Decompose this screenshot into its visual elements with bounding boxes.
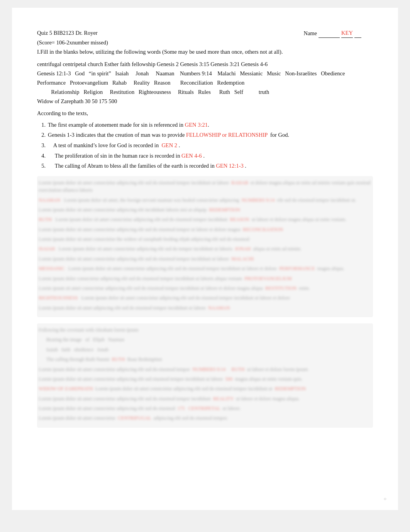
name-line: Name KEY — [303, 29, 361, 38]
header-row: Quiz 5 BIB2123 Dr. Royer Name KEY — [37, 29, 373, 38]
header-right: Name KEY — [303, 29, 373, 38]
question-1: 1. The first example of atonement made f… — [37, 120, 373, 130]
question-5: 5. The calling of Abram to bless all the… — [37, 161, 373, 171]
q5-num: 5. — [37, 161, 46, 171]
q4-text: The proliferation of sin in the human ra… — [48, 151, 373, 161]
q4-num: 4. — [37, 151, 46, 161]
blurred-content-2: Following the covenant with Abraham lore… — [39, 326, 371, 422]
word-bank-line5: Widow of Zarephath 30 50 175 500 — [37, 97, 373, 106]
q4-answer: GEN 4-6 — [181, 153, 202, 159]
page: Quiz 5 BIB2123 Dr. Royer Name KEY (Score… — [12, 8, 398, 510]
question-3: 3. A test of mankind’s love for God is r… — [37, 141, 373, 150]
word-bank-line1: centrifugal centripetal church Esther fa… — [37, 60, 373, 69]
section-intro: According to the texts, — [37, 109, 373, 118]
header-left: Quiz 5 BIB2123 Dr. Royer — [37, 29, 98, 38]
q3-answer: GEN 2 — [161, 142, 177, 148]
blurred-content-1: Lorem ipsum dolor sit amet consectetur a… — [39, 179, 371, 312]
name-blank — [319, 29, 340, 38]
key-blank — [354, 29, 361, 38]
q1-answer: GEN 3:21 — [185, 122, 208, 128]
q5-answer: GEN 12:1-3 — [216, 163, 243, 169]
questions-list: 1. The first example of atonement made f… — [37, 120, 373, 171]
q5-text: The calling of Abram to bless all the fa… — [48, 161, 373, 171]
q1-num: 1. — [37, 120, 46, 130]
question-4: 4. The proliferation of sin in the human… — [37, 151, 373, 161]
name-label: Name — [303, 29, 317, 38]
q3-text: A test of mankind’s love for God is reco… — [48, 141, 373, 150]
question-2: 2. Genesis 1-3 indicates that the creati… — [37, 130, 373, 140]
quiz-title: Quiz 5 BIB2123 Dr. Royer — [37, 29, 98, 37]
q2-num: 2. — [37, 130, 46, 140]
blurred-section-2: Following the covenant with Abraham lore… — [37, 323, 373, 428]
page-number: ○ — [384, 495, 386, 502]
instructions: I.Fill in the blanks below, utilizing th… — [37, 48, 373, 56]
q3-num: 3. — [37, 141, 46, 150]
q2-text: Genesis 1-3 indicates that the creation … — [48, 130, 373, 140]
word-bank-line2: Genesis 12:1-3 God “in spirit” Isaiah Jo… — [37, 69, 373, 88]
score-line: (Score= 106-2xnumber missed) — [37, 39, 373, 47]
word-bank: centrifugal centripetal church Esther fa… — [37, 60, 373, 106]
key-label: KEY — [341, 29, 353, 38]
blurred-section-1: Lorem ipsum dolor sit amet consectetur a… — [37, 176, 373, 317]
q1-text: The first example of atonement made for … — [48, 120, 373, 130]
q2-answer: FELLOWSHIP or RELATIONSHIP — [186, 132, 268, 138]
word-bank-line4: Relationship Religion Restitution Righte… — [37, 88, 373, 97]
